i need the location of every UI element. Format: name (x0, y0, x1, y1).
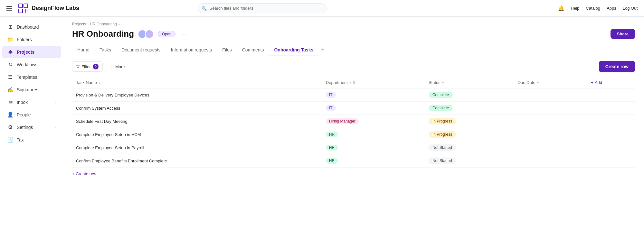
cell-department: IT (322, 88, 425, 102)
workflows-icon: ↻ (7, 61, 14, 68)
col-department[interactable]: Department ∨ ⇅ (322, 77, 425, 88)
more-options-icon[interactable]: ··· (179, 30, 188, 38)
sidebar-item-settings[interactable]: ⚙ Settings › (2, 121, 61, 133)
sidebar-item-projects[interactable]: ◈ Projects (2, 46, 61, 58)
sidebar-item-dashboard[interactable]: ⊞ Dashboard (2, 21, 61, 33)
sidebar-item-label: Inbox (17, 100, 28, 105)
col-add[interactable]: + Add (587, 77, 635, 88)
table-row[interactable]: Schedule First Day Meeting Hiring Manage… (72, 115, 635, 128)
sidebar-item-tax[interactable]: 🧾 Tax (2, 134, 61, 146)
tab-document-requests[interactable]: Document requests (116, 44, 166, 56)
tab-tasks[interactable]: Tasks (94, 44, 116, 56)
table-row[interactable]: Complete Employee Setup in HCM HR In Pro… (72, 128, 635, 141)
table-row[interactable]: Provision & Delivery Employee Devices IT… (72, 88, 635, 102)
status-badge[interactable]: In Progress (429, 118, 456, 124)
tax-icon: 🧾 (7, 137, 14, 143)
project-title-row: HR Onboarding Open ··· Share (72, 29, 635, 39)
sidebar-item-inbox[interactable]: ✉ Inbox › (2, 96, 61, 108)
breadcrumb-projects[interactable]: Projects (72, 22, 86, 26)
cell-status: Complete (425, 102, 514, 115)
sidebar-item-label: Tax (17, 137, 24, 142)
avatar (145, 30, 154, 39)
top-nav: DesignFlow Labs 🔍 🔔 Help Catalog Apps Lo… (0, 0, 644, 17)
search-bar: 🔍 (198, 3, 327, 13)
table-header-row: Task Name ∨ Department ∨ ⇅ (72, 77, 635, 88)
tab-home[interactable]: Home (72, 44, 94, 56)
cell-task-name: Confirm System Access (72, 102, 322, 115)
breadcrumb-current: HR Onboarding – (90, 22, 120, 26)
cell-status: Not Started (425, 154, 514, 168)
department-badge[interactable]: IT (326, 105, 336, 111)
department-badge[interactable]: IT (326, 92, 336, 98)
chevron-right-icon: › (54, 38, 56, 41)
templates-icon: ☰ (7, 74, 14, 80)
sidebar-item-workflows[interactable]: ↻ Workflows › (2, 59, 61, 70)
cell-due-date (514, 128, 587, 141)
sidebar-item-folders[interactable]: 📁 Folders › (2, 33, 61, 45)
col-task-name[interactable]: Task Name ∨ (72, 77, 322, 88)
table-row[interactable]: Confirm Employee Benefits Enrollment Com… (72, 154, 635, 168)
svg-rect-0 (19, 4, 23, 8)
logo-svg (17, 3, 29, 14)
avatar-group (138, 30, 154, 39)
create-row-inline[interactable]: + Create row (63, 168, 644, 180)
svg-rect-2 (19, 9, 23, 13)
logout-link[interactable]: Log Out (623, 6, 638, 11)
more-options-button[interactable]: ⋮ More (107, 62, 128, 71)
menu-icon[interactable] (6, 6, 12, 11)
tab-files[interactable]: Files (217, 44, 237, 56)
help-link[interactable]: Help (571, 6, 580, 11)
cell-status: Not Started (425, 141, 514, 154)
share-button[interactable]: Share (611, 29, 635, 39)
cell-add (587, 154, 635, 168)
status-badge[interactable]: Complete (429, 105, 453, 111)
status-badge[interactable]: Not Started (429, 144, 456, 151)
cell-department: HR (322, 128, 425, 141)
sidebar-item-label: Projects (17, 50, 34, 55)
cell-add (587, 102, 635, 115)
department-badge[interactable]: Hiring Manager (326, 118, 359, 124)
catalog-link[interactable]: Catalog (586, 6, 600, 11)
status-badge[interactable]: Complete (429, 92, 453, 98)
tab-onboarding-tasks[interactable]: Onboarding Tasks (269, 44, 318, 56)
toolbar: ▽ Filter 0 ⋮ More Create row (63, 56, 644, 77)
department-badge[interactable]: HR (326, 132, 338, 137)
sort-icon-task: ∨ (98, 81, 100, 84)
search-icon: 🔍 (202, 6, 207, 11)
add-tab-icon[interactable]: + (318, 44, 327, 56)
create-row-button[interactable]: Create row (599, 61, 635, 72)
add-col-icon: + (591, 80, 593, 85)
cell-task-name: Provision & Delivery Employee Devices (72, 88, 322, 102)
table-row[interactable]: Complete Employee Setup in Payroll HR No… (72, 141, 635, 154)
notification-icon[interactable]: 🔔 (558, 5, 564, 11)
sidebar-item-signatures[interactable]: ✍ Signatures (2, 84, 61, 96)
table-row[interactable]: Confirm System Access IT Complete (72, 102, 635, 115)
cell-add (587, 141, 635, 154)
settings-icon: ⚙ (7, 124, 14, 130)
department-badge[interactable]: HR (326, 158, 338, 164)
sidebar-item-templates[interactable]: ☰ Templates (2, 71, 61, 83)
more-dots-icon: ⋮ (110, 64, 114, 69)
tasks-table: Task Name ∨ Department ∨ ⇅ (72, 77, 635, 168)
apps-link[interactable]: Apps (607, 6, 616, 11)
cell-due-date (514, 115, 587, 128)
cell-add (587, 88, 635, 102)
layout: ⊞ Dashboard 📁 Folders › ◈ Projects ↻ Wor… (0, 17, 644, 246)
tab-information-requests[interactable]: Information requests (166, 44, 217, 56)
cell-task-name: Schedule First Day Meeting (72, 115, 322, 128)
sort-icon-dept: ∨ (349, 81, 351, 84)
status-badge[interactable]: Open (158, 31, 175, 37)
tab-comments[interactable]: Comments (237, 44, 269, 56)
status-badge[interactable]: In Progress (429, 131, 456, 138)
sidebar-item-people[interactable]: 👤 People › (2, 109, 61, 121)
more-label: More (115, 64, 125, 69)
filter-button[interactable]: ▽ Filter 0 (72, 61, 103, 72)
filter-label: Filter (81, 64, 91, 69)
cell-department: Hiring Manager (322, 115, 425, 128)
col-status[interactable]: Status ∨ (425, 77, 514, 88)
search-input[interactable] (198, 3, 327, 13)
department-badge[interactable]: HR (326, 145, 338, 150)
status-badge[interactable]: Not Started (429, 158, 456, 164)
sidebar-item-label: Dashboard (17, 24, 39, 30)
col-due-date[interactable]: Due Date ∨ (514, 77, 587, 88)
